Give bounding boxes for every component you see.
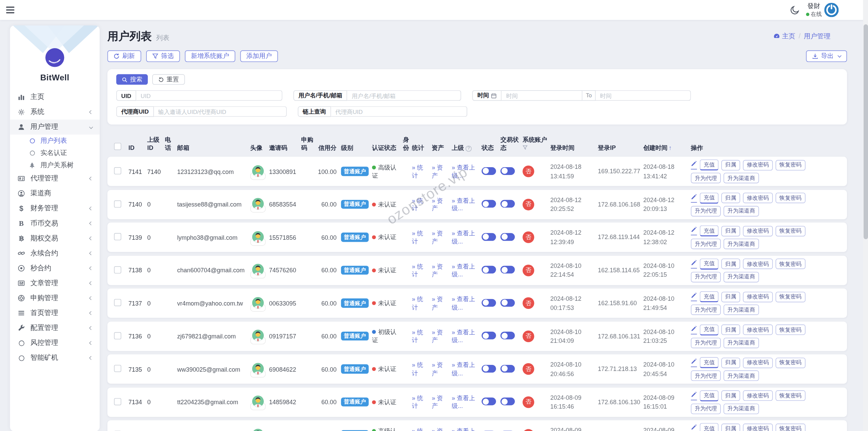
breadcrumb-current[interactable]: 用户管理: [804, 31, 830, 41]
scrollbar-thumb[interactable]: [863, 24, 868, 239]
action-button-3[interactable]: 恢复密码: [775, 357, 805, 368]
action-button-2[interactable]: 修改密码: [743, 226, 773, 236]
action-button-4[interactable]: 升为代理: [691, 173, 721, 183]
action-button-0[interactable]: 充值: [700, 192, 719, 203]
trade-status-toggle[interactable]: [500, 397, 515, 405]
action-button-3[interactable]: 恢复密码: [775, 423, 805, 431]
sidebar-item-agent-mgmt[interactable]: 代理管理: [10, 171, 99, 186]
hamburger-menu-icon[interactable]: [6, 7, 14, 14]
status-toggle[interactable]: [481, 332, 496, 339]
assets-link[interactable]: » 资产: [432, 361, 443, 376]
view-parent-link[interactable]: » 查看上级...: [452, 296, 475, 310]
action-button-0[interactable]: 充值: [700, 291, 719, 302]
action-button-5[interactable]: 升为渠道商: [724, 337, 759, 348]
action-button-0[interactable]: 充值: [700, 258, 719, 270]
edit-pencil-icon[interactable]: [691, 424, 697, 431]
status-toggle[interactable]: [481, 200, 496, 208]
action-button-2[interactable]: 修改密码: [743, 390, 773, 401]
action-button-5[interactable]: 升为渠道商: [724, 370, 759, 381]
action-button-1[interactable]: 归属: [721, 390, 740, 401]
view-parent-link[interactable]: » 查看上级...: [452, 395, 475, 409]
action-button-1[interactable]: 归属: [721, 160, 740, 170]
add-user-button[interactable]: 添加用户: [240, 51, 278, 62]
sidebar-item-subscribe-mgmt[interactable]: 申购管理: [10, 291, 99, 306]
sidebar-item-user-tree[interactable]: 用户关系树: [10, 159, 99, 171]
row-checkbox[interactable]: [114, 266, 121, 273]
action-button-0[interactable]: 充值: [700, 390, 719, 401]
dark-mode-moon-icon[interactable]: [790, 5, 800, 15]
stats-link[interactable]: » 统计: [412, 197, 423, 212]
action-button-3[interactable]: 恢复密码: [775, 325, 805, 335]
action-button-4[interactable]: 升为代理: [691, 206, 721, 216]
status-toggle[interactable]: [481, 365, 496, 372]
sidebar-item-homepage-mgmt[interactable]: 首页管理: [10, 306, 99, 320]
sidebar-item-channel[interactable]: 渠道商: [10, 186, 99, 201]
trade-status-toggle[interactable]: [500, 167, 515, 175]
sidebar-item-home[interactable]: 主页: [10, 90, 99, 104]
username-input[interactable]: [347, 90, 461, 101]
edit-pencil-icon[interactable]: [691, 160, 697, 169]
sidebar-item-smart-miner[interactable]: 智能矿机: [10, 350, 99, 365]
filter-button[interactable]: 筛选: [146, 51, 180, 62]
sidebar-item-spot-trade[interactable]: B币币交易: [10, 216, 99, 231]
action-button-5[interactable]: 升为渠道商: [724, 272, 759, 282]
sidebar-item-config-mgmt[interactable]: 配置管理: [10, 320, 99, 335]
sidebar-item-article-mgmt[interactable]: 文章管理: [10, 276, 99, 291]
stats-link[interactable]: » 统计: [412, 164, 423, 179]
action-button-3[interactable]: 恢复密码: [775, 390, 805, 401]
row-checkbox[interactable]: [114, 365, 121, 372]
action-button-0[interactable]: 充值: [700, 159, 719, 171]
action-button-2[interactable]: 修改密码: [743, 325, 773, 335]
stats-link[interactable]: » 统计: [412, 296, 423, 310]
edit-pencil-icon[interactable]: [691, 325, 697, 334]
assets-link[interactable]: » 资产: [432, 164, 443, 179]
stats-link[interactable]: » 统计: [412, 361, 423, 376]
view-parent-link[interactable]: » 查看上级...: [452, 197, 475, 212]
sidebar-item-user-mgmt[interactable]: 用户管理: [10, 120, 99, 135]
uid-input[interactable]: [136, 90, 282, 101]
action-button-0[interactable]: 充值: [700, 357, 719, 368]
action-button-4[interactable]: 升为代理: [691, 272, 721, 282]
action-button-1[interactable]: 归属: [721, 423, 740, 431]
edit-pencil-icon[interactable]: [691, 391, 697, 400]
action-button-1[interactable]: 归属: [721, 258, 740, 269]
status-toggle[interactable]: [481, 266, 496, 274]
status-toggle[interactable]: [481, 167, 496, 175]
select-all-checkbox[interactable]: [114, 143, 121, 150]
status-toggle[interactable]: [481, 299, 496, 307]
action-button-5[interactable]: 升为渠道商: [724, 239, 759, 249]
assets-link[interactable]: » 资产: [432, 263, 443, 277]
time-from-input[interactable]: [502, 90, 583, 101]
action-button-3[interactable]: 恢复密码: [775, 160, 805, 170]
sidebar-item-finance[interactable]: $财务管理: [10, 201, 99, 216]
row-checkbox[interactable]: [114, 233, 121, 240]
status-toggle[interactable]: [481, 397, 496, 405]
view-parent-link[interactable]: » 查看上级...: [452, 329, 475, 343]
edit-pencil-icon[interactable]: [691, 227, 697, 235]
action-button-1[interactable]: 归属: [721, 193, 740, 203]
trade-status-toggle[interactable]: [500, 332, 515, 339]
export-button[interactable]: 导出: [806, 51, 847, 62]
action-button-1[interactable]: 归属: [721, 325, 740, 335]
row-checkbox[interactable]: [114, 200, 121, 207]
sidebar-item-system[interactable]: 系统: [10, 105, 99, 120]
action-button-4[interactable]: 升为代理: [691, 305, 721, 315]
search-button[interactable]: 搜索: [116, 74, 148, 85]
sidebar-item-risk-mgmt[interactable]: 风控管理: [10, 335, 99, 350]
action-button-2[interactable]: 修改密码: [743, 292, 773, 302]
view-parent-link[interactable]: » 查看上级...: [452, 263, 475, 277]
status-toggle[interactable]: [481, 233, 496, 241]
stats-link[interactable]: » 统计: [412, 230, 423, 244]
sidebar-item-option-trade[interactable]: ฿期权交易: [10, 231, 99, 246]
action-button-5[interactable]: 升为渠道商: [724, 173, 759, 183]
action-button-2[interactable]: 修改密码: [743, 258, 773, 269]
action-button-1[interactable]: 归属: [721, 292, 740, 302]
trade-status-toggle[interactable]: [500, 200, 515, 208]
trade-status-toggle[interactable]: [500, 365, 515, 372]
action-button-2[interactable]: 修改密码: [743, 357, 773, 368]
agent-uid-input[interactable]: [154, 106, 287, 117]
row-checkbox[interactable]: [114, 398, 121, 405]
breadcrumb-home-link[interactable]: 主页: [773, 31, 795, 41]
trade-status-toggle[interactable]: [500, 299, 515, 307]
action-button-4[interactable]: 升为代理: [691, 337, 721, 348]
